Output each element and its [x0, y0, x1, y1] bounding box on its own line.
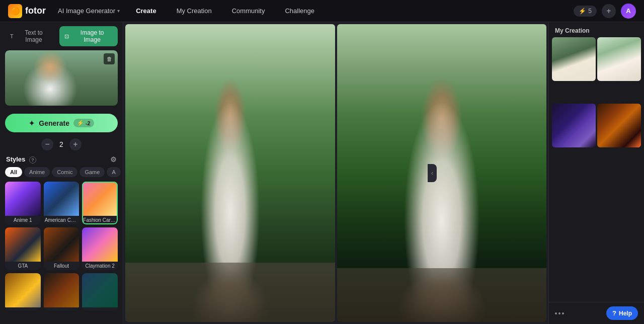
tab-image-to-image-label: Image to Image [71, 29, 113, 43]
collapse-panel-button[interactable]: ‹ [428, 164, 437, 182]
main-layout: T Text to Image ⊡ Image to Image 🗑 ✦ Gen… [0, 22, 644, 324]
style-card-r3c[interactable] [82, 273, 118, 310]
gear-icon[interactable]: ⚙ [110, 155, 117, 164]
generate-cost: -2 [86, 120, 91, 126]
style-card-fallout[interactable]: Fallout [44, 227, 79, 270]
my-creation-title: My Creation [549, 22, 644, 37]
image-display [123, 22, 548, 324]
dot-3 [562, 312, 564, 314]
bolt-icon: ⚡ [77, 120, 84, 126]
count-stepper: − 2 + [0, 138, 123, 150]
creation-grid [549, 37, 644, 171]
nav-create[interactable]: Create [132, 5, 160, 17]
style-card-r3a[interactable] [5, 273, 41, 310]
count-value: 2 [59, 140, 63, 148]
logo-icon: 🟠 [8, 4, 22, 18]
top-navigation: 🟠 fotor AI Image Generator ▾ Create My C… [0, 0, 644, 22]
style-label-gta: GTA [5, 262, 41, 270]
increment-button[interactable]: + [69, 138, 82, 150]
dot-2 [558, 312, 560, 314]
style-thumb-american [44, 182, 79, 216]
styles-label: Styles [6, 155, 25, 163]
chevron-down-icon: ▾ [117, 8, 120, 14]
bolt-icon: ⚡ [579, 8, 586, 15]
style-label-r3b [44, 307, 79, 310]
styles-header: Styles ? ⚙ [0, 155, 123, 167]
style-tab-comic[interactable]: Comic [52, 167, 77, 177]
help-button[interactable]: ? Help [606, 306, 638, 320]
style-thumb-anime1 [5, 182, 41, 216]
style-tab-all[interactable]: All [5, 167, 22, 177]
generate-icon: ✦ [29, 119, 35, 127]
style-thumb-claymation [82, 227, 118, 262]
right-panel: My Creation ? Help [548, 22, 644, 324]
style-card-claymation[interactable]: Claymation 2 [82, 227, 118, 270]
style-card-fashion-cartoon[interactable]: Fashion Cartoon [82, 182, 118, 224]
style-thumb-r3a [5, 273, 41, 307]
style-label-fallout: Fallout [44, 262, 79, 270]
creation-thumb-3[interactable] [552, 104, 596, 147]
ai-generator-label: AI Image Generator [58, 7, 115, 15]
style-label-r3c [82, 307, 118, 310]
style-tab-game[interactable]: Game [79, 167, 105, 177]
style-thumb-r3c [82, 273, 118, 307]
style-card-gta[interactable]: GTA [5, 227, 41, 270]
help-label: Help [619, 310, 632, 317]
logo[interactable]: 🟠 fotor [8, 4, 46, 18]
logo-text: fotor [25, 6, 46, 16]
bottom-bar: ? Help [549, 302, 644, 324]
dot-1 [555, 312, 557, 314]
style-tab-anime[interactable]: Anime [24, 167, 50, 177]
tab-image-to-image[interactable]: ⊡ Image to Image [59, 26, 118, 46]
text-icon: T [10, 33, 14, 39]
style-thumb-gta [5, 227, 41, 262]
avatar[interactable]: A [621, 4, 636, 19]
question-icon: ? [612, 309, 616, 317]
generated-image-1[interactable] [125, 24, 335, 322]
style-label-american: American Comic [44, 216, 79, 224]
nav-my-creation[interactable]: My Creation [173, 5, 216, 17]
generate-button[interactable]: ✦ Generate ⚡ -2 [5, 114, 118, 132]
tab-bar: T Text to Image ⊡ Image to Image [0, 22, 123, 50]
style-label-r3a [5, 307, 41, 310]
style-grid: Anime 1 American Comic Fashion Cartoon G… [0, 182, 123, 315]
left-panel: T Text to Image ⊡ Image to Image 🗑 ✦ Gen… [0, 22, 123, 324]
style-card-r3b[interactable] [44, 273, 79, 310]
tab-text-to-image[interactable]: T Text to Image [5, 26, 56, 46]
style-card-anime1[interactable]: Anime 1 [5, 182, 41, 224]
style-thumb-r3b [44, 273, 79, 307]
style-thumb-fashion [82, 182, 118, 216]
more-options-button[interactable] [555, 312, 564, 314]
ai-generator-dropdown[interactable]: AI Image Generator ▾ [58, 7, 120, 15]
nav-community[interactable]: Community [228, 5, 269, 17]
add-button[interactable]: + [602, 4, 616, 18]
generate-cost-badge: ⚡ -2 [73, 119, 94, 127]
image-icon: ⊡ [64, 33, 69, 40]
style-label-anime1: Anime 1 [5, 216, 41, 224]
uploaded-image-preview [5, 50, 118, 106]
center-content: ‹ [123, 22, 548, 324]
styles-label-group: Styles ? [6, 155, 36, 164]
style-card-american-comic[interactable]: American Comic [44, 182, 79, 224]
generated-image-2[interactable] [337, 24, 547, 322]
help-icon[interactable]: ? [29, 156, 36, 164]
creation-thumb-1[interactable] [552, 37, 596, 81]
credits-count: 5 [588, 8, 592, 15]
style-tabs: All Anime Comic Game A › [0, 167, 123, 182]
style-label-fashion: Fashion Cartoon [82, 216, 118, 224]
creation-thumb-4[interactable] [597, 104, 641, 147]
nav-challenge[interactable]: Challenge [281, 5, 318, 17]
creation-thumb-2[interactable] [597, 37, 641, 81]
upload-area[interactable]: 🗑 [5, 50, 118, 106]
delete-image-button[interactable]: 🗑 [104, 53, 115, 64]
style-label-claymation: Claymation 2 [82, 262, 118, 270]
tab-text-to-image-label: Text to Image [16, 29, 52, 43]
decrement-button[interactable]: − [41, 138, 53, 150]
credits-badge[interactable]: ⚡ 5 [574, 6, 597, 17]
style-thumb-fallout [44, 227, 79, 262]
nav-right-section: ⚡ 5 + A [574, 4, 636, 19]
generate-label: Generate [39, 119, 69, 127]
style-tab-more[interactable]: A [107, 167, 120, 177]
